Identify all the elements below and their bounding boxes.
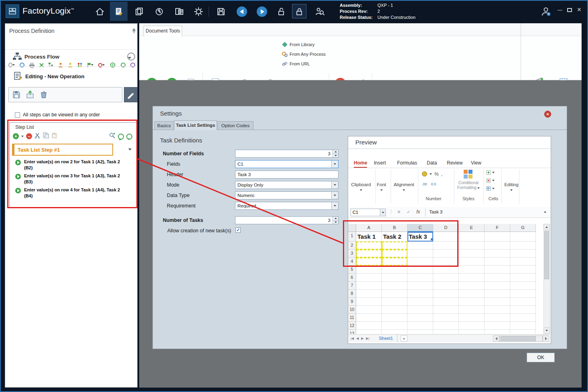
insert-cells-button[interactable] [486, 170, 495, 175]
conditional-formatting-icon[interactable] [463, 169, 473, 181]
column-header-A[interactable]: A [356, 224, 382, 232]
cell-C1[interactable]: Task 3 [408, 232, 433, 242]
cut-step-button[interactable] [34, 132, 41, 140]
close-button[interactable]: ✕ [577, 6, 582, 13]
cell-B12[interactable] [382, 322, 408, 330]
cell-F12[interactable] [485, 322, 510, 330]
formula-enter-icon[interactable]: ✓ [407, 209, 410, 215]
cell-G7[interactable] [510, 282, 536, 290]
number-of-fields-input[interactable]: 3 [235, 150, 339, 158]
cell-C12[interactable] [408, 322, 433, 330]
cell-B7[interactable] [382, 282, 408, 290]
collapse-section-icon[interactable] [127, 53, 135, 61]
work-instructions-icon[interactable] [113, 6, 125, 18]
expand-all-button[interactable] [118, 134, 124, 140]
cell-A2[interactable] [356, 242, 382, 250]
row-header-11[interactable]: 11 [348, 314, 356, 322]
cell-D11[interactable] [433, 314, 459, 322]
percent-icon[interactable]: % [434, 171, 439, 177]
ok-button[interactable]: OK [527, 353, 555, 362]
delete-operation-button[interactable] [38, 89, 50, 101]
cell-G12[interactable] [510, 322, 536, 330]
row-header-9[interactable]: 9 [348, 298, 356, 306]
allow-creation-checkbox[interactable]: ✓ [235, 227, 241, 233]
cell-E5[interactable] [459, 266, 485, 274]
from-url-button[interactable]: From URL [282, 61, 310, 67]
record-icon[interactable] [120, 62, 126, 68]
cell-A1[interactable]: Task 1 [356, 232, 382, 242]
cell-F6[interactable] [485, 274, 510, 282]
user-account-icon[interactable] [540, 6, 552, 18]
cell-E6[interactable] [459, 274, 485, 282]
column-header-G[interactable]: G [510, 224, 536, 232]
settings-close-icon[interactable]: ✕ [544, 111, 551, 118]
cell-G9[interactable] [510, 298, 536, 306]
order-checkbox[interactable] [15, 112, 20, 118]
cell-C10[interactable] [408, 306, 433, 314]
cell-F3[interactable] [485, 250, 510, 258]
cell-D5[interactable] [433, 266, 459, 274]
user-search-icon[interactable] [314, 6, 326, 18]
spin-up-icon[interactable] [333, 217, 338, 220]
cell-C4[interactable] [408, 258, 433, 266]
cell-D13[interactable] [433, 330, 459, 334]
cell-A6[interactable] [356, 274, 382, 282]
cell-A4[interactable] [356, 258, 382, 266]
paste-step-button[interactable] [51, 132, 57, 140]
selected-step-item[interactable]: Task List Step #1 [12, 144, 113, 156]
cell-D4[interactable] [433, 258, 459, 266]
add-sheet-button[interactable]: + [401, 335, 408, 341]
cell-G2[interactable] [510, 242, 536, 250]
cell-B9[interactable] [382, 298, 408, 306]
column-header-D[interactable]: D [433, 224, 459, 232]
cell-B11[interactable] [382, 314, 408, 322]
excel-tab-formulas[interactable]: Formulas [397, 159, 417, 168]
cell-B8[interactable] [382, 290, 408, 298]
row-header-3[interactable]: 3 [348, 250, 356, 258]
save-operation-button[interactable] [10, 89, 22, 101]
excel-group-font[interactable]: Font [372, 182, 391, 192]
save-icon[interactable] [215, 6, 227, 18]
cell-E9[interactable] [459, 298, 485, 306]
cell-C5[interactable] [408, 266, 433, 274]
cell-G4[interactable] [510, 258, 536, 266]
cell-F9[interactable] [485, 298, 510, 306]
horizontal-scrollbar[interactable] [499, 335, 543, 342]
flag-dropdown-icon[interactable] [87, 62, 93, 68]
cell-B5[interactable] [382, 266, 408, 274]
excel-tab-insert[interactable]: Insert [374, 159, 386, 168]
currency-dropdown-icon[interactable] [430, 173, 432, 175]
row-header-1[interactable]: 1 [348, 232, 356, 242]
step-item[interactable]: Enter value(s) on row 3 for Task 1 (A3),… [15, 173, 129, 185]
cell-D2[interactable] [433, 242, 459, 250]
print-icon[interactable] [28, 62, 35, 68]
globe-icon[interactable] [109, 62, 116, 68]
formula-bar-collapse-icon[interactable] [544, 211, 546, 213]
clipboard-dropdown-icon[interactable] [360, 189, 362, 191]
tab-basics[interactable]: Basics [154, 121, 174, 130]
cell-C9[interactable] [408, 298, 433, 306]
number-of-tasks-input[interactable]: 3 [235, 216, 339, 224]
forward-icon[interactable] [256, 6, 268, 18]
unlock-icon[interactable] [275, 6, 287, 18]
row-header-13[interactable]: 13 [348, 330, 356, 334]
cell-E8[interactable] [459, 290, 485, 298]
cell-B4[interactable] [382, 258, 408, 266]
vertical-scrollbar-thumb[interactable] [544, 231, 549, 279]
cell-G8[interactable] [510, 290, 536, 298]
maximize-button[interactable] [567, 8, 572, 12]
step-item[interactable]: Enter value(s) on row 2 for Task 1 (A2),… [15, 159, 129, 171]
cell-C7[interactable] [408, 282, 433, 290]
delete-cells-button[interactable] [486, 178, 495, 183]
excel-group-clipboard[interactable]: Clipboard [349, 182, 373, 192]
name-box-dropdown-icon[interactable] [380, 209, 385, 216]
cell-B6[interactable] [382, 274, 408, 282]
decrease-decimal-icon[interactable]: 0.0 [431, 182, 436, 186]
minimize-button[interactable]: — [558, 7, 562, 13]
tab-task-list-settings[interactable]: Task List Settings [174, 120, 217, 130]
cell-E3[interactable] [459, 250, 485, 258]
row-header-8[interactable]: 8 [348, 290, 356, 298]
increase-decimal-icon[interactable]: .00 [422, 182, 427, 186]
cell-F4[interactable] [485, 258, 510, 266]
first-sheet-icon[interactable]: |◀ [351, 335, 354, 342]
